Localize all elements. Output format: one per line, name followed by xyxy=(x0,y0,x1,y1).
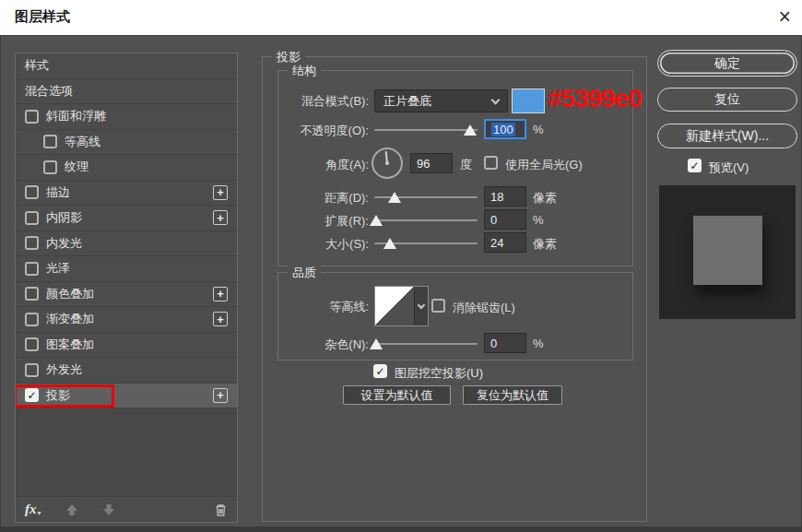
sidebar-item-7[interactable]: 内发光 xyxy=(16,231,237,257)
spread-unit: % xyxy=(533,213,544,227)
sidebar-item-10[interactable]: 渐变叠加+ xyxy=(16,307,237,333)
sidebar-item-0[interactable]: 样式 xyxy=(16,53,237,79)
slider-track xyxy=(374,129,478,131)
style-enable-checkbox[interactable] xyxy=(43,160,57,174)
size-unit: 像素 xyxy=(533,236,557,253)
style-enable-checkbox[interactable] xyxy=(25,110,39,124)
sidebar-item-3[interactable]: 等高线 xyxy=(16,130,237,156)
noise-unit: % xyxy=(533,337,544,350)
sidebar-item-6[interactable]: 内阴影+ xyxy=(16,206,237,231)
distance-unit: 像素 xyxy=(533,190,557,207)
spread-input[interactable]: 0 xyxy=(484,209,526,230)
anti-alias-label: 消除锯齿(L) xyxy=(453,300,515,316)
noise-label: 杂色(N): xyxy=(278,337,369,353)
noise-slider[interactable] xyxy=(374,333,478,355)
slider-thumb[interactable] xyxy=(370,338,383,349)
angle-dial[interactable] xyxy=(372,148,403,179)
layer-style-dialog: 样式混合选项斜面和浮雕等高线纹理描边+内阴影+内发光光泽颜色叠加+渐变叠加+图案… xyxy=(0,35,802,532)
sidebar-item-2[interactable]: 斜面和浮雕 xyxy=(16,104,237,130)
new-style-button[interactable]: 新建样式(W)... xyxy=(657,124,797,148)
reset-button[interactable]: 复位 xyxy=(657,88,797,112)
chevron-down-icon xyxy=(491,95,501,104)
sidebar-item-label: 样式 xyxy=(25,57,49,74)
style-enable-checkbox[interactable] xyxy=(25,313,39,326)
size-slider[interactable] xyxy=(374,232,478,254)
opacity-input[interactable]: 100 xyxy=(484,119,526,139)
blend-mode-row: 混合模式(B): 正片叠底 #5399e0 xyxy=(278,89,632,115)
contour-thumbnail-icon xyxy=(375,287,414,325)
blend-mode-value: 正片叠底 xyxy=(383,93,431,110)
sidebar-item-11[interactable]: 图案叠加 xyxy=(16,333,237,359)
slider-track xyxy=(374,219,478,221)
size-input[interactable]: 24 xyxy=(484,232,526,253)
quality-legend: 品质 xyxy=(288,265,321,281)
preview-label: 预览(V) xyxy=(709,160,749,176)
move-up-icon[interactable] xyxy=(65,503,78,516)
style-enable-checkbox[interactable] xyxy=(43,135,57,148)
reset-default-button[interactable]: 复位为默认值 xyxy=(463,385,562,405)
plus-badge-icon[interactable]: + xyxy=(213,210,228,225)
style-enable-checkbox[interactable] xyxy=(25,185,39,199)
noise-input[interactable]: 0 xyxy=(484,333,526,353)
spread-slider[interactable] xyxy=(374,209,478,231)
sidebar-item-13[interactable]: ✓投影+ xyxy=(16,384,237,409)
knockout-checkbox[interactable]: ✓ xyxy=(373,364,387,378)
contour-dropdown[interactable] xyxy=(414,287,428,325)
preview-checkbox[interactable]: ✓ xyxy=(688,159,702,172)
anti-alias-checkbox[interactable] xyxy=(431,299,445,313)
style-list-panel: 样式混合选项斜面和浮雕等高线纹理描边+内阴影+内发光光泽颜色叠加+渐变叠加+图案… xyxy=(15,53,238,523)
sidebar-item-4[interactable]: 纹理 xyxy=(16,155,237,181)
sidebar-item-label: 图案叠加 xyxy=(46,337,94,353)
fx-menu-button[interactable]: fx ▾ xyxy=(25,502,41,517)
distance-slider[interactable] xyxy=(374,186,478,208)
sidebar-item-12[interactable]: 外发光 xyxy=(16,358,237,384)
contour-picker[interactable] xyxy=(374,286,429,326)
sidebar-item-label: 斜面和浮雕 xyxy=(46,108,106,124)
opacity-slider[interactable] xyxy=(374,119,478,141)
style-enable-checkbox[interactable]: ✓ xyxy=(25,388,39,402)
knockout-label: 图层挖空投影(U) xyxy=(395,365,483,382)
spread-label: 扩展(R): xyxy=(278,213,369,230)
plus-badge-icon[interactable]: + xyxy=(213,312,228,326)
slider-thumb[interactable] xyxy=(388,192,401,203)
move-down-icon[interactable] xyxy=(102,503,115,516)
spread-row: 扩展(R): 0 % xyxy=(278,209,632,231)
angle-input[interactable]: 96 xyxy=(410,153,453,173)
opacity-label: 不透明度(O): xyxy=(278,123,369,139)
size-label: 大小(S): xyxy=(278,236,369,253)
plus-badge-icon[interactable]: + xyxy=(213,388,228,403)
sidebar-item-8[interactable]: 光泽 xyxy=(16,256,237,282)
sidebar-item-5[interactable]: 描边+ xyxy=(16,181,237,207)
global-light-checkbox[interactable] xyxy=(484,156,498,170)
set-default-button[interactable]: 设置为默认值 xyxy=(343,385,451,405)
style-enable-checkbox[interactable] xyxy=(25,363,39,377)
style-enable-checkbox[interactable] xyxy=(25,287,39,301)
ok-button[interactable]: 确定 xyxy=(657,50,797,77)
plus-badge-icon[interactable]: + xyxy=(213,185,228,200)
distance-input[interactable]: 18 xyxy=(484,186,526,207)
plus-badge-icon[interactable]: + xyxy=(213,287,228,301)
sidebar-item-label: 混合选项 xyxy=(25,83,73,100)
structure-section: 结构 混合模式(B): 正片叠底 #5399e0 不透明度(O): 100 xyxy=(277,70,633,266)
style-enable-checkbox[interactable] xyxy=(25,236,39,250)
chevron-down-icon xyxy=(418,301,425,309)
size-row: 大小(S): 24 像素 xyxy=(278,232,632,254)
shadow-color-swatch[interactable] xyxy=(512,89,545,113)
global-light-label: 使用全局光(G) xyxy=(505,157,583,173)
trash-icon[interactable] xyxy=(214,502,228,517)
sidebar-item-label: 光泽 xyxy=(46,260,70,277)
slider-thumb[interactable] xyxy=(383,238,396,249)
style-enable-checkbox[interactable] xyxy=(25,337,39,351)
sidebar-item-1[interactable]: 混合选项 xyxy=(16,79,237,105)
close-icon[interactable]: × xyxy=(779,4,791,30)
angle-label: 角度(A): xyxy=(278,157,369,173)
slider-thumb[interactable] xyxy=(370,215,383,226)
slider-thumb[interactable] xyxy=(464,124,477,136)
sidebar-item-9[interactable]: 颜色叠加+ xyxy=(16,282,237,308)
sidebar-item-label: 投影 xyxy=(46,387,70,404)
style-enable-checkbox[interactable] xyxy=(25,262,39,276)
distance-label: 距离(D): xyxy=(278,190,369,207)
sidebar-item-label: 等高线 xyxy=(65,134,100,150)
style-enable-checkbox[interactable] xyxy=(25,211,39,225)
blend-mode-select[interactable]: 正片叠底 xyxy=(374,89,508,112)
